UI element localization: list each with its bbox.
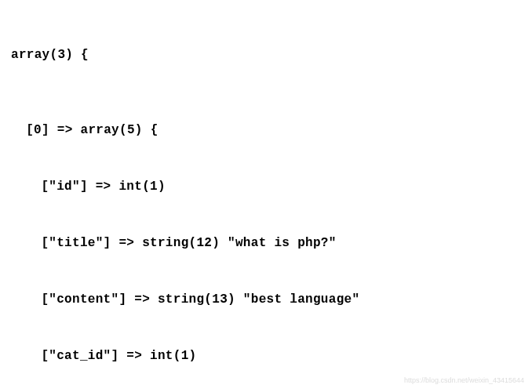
entry-row: ["cat_id"] => int(1) <box>11 347 521 365</box>
entry-index: [0] => array(5) { <box>11 121 521 140</box>
entry-row: ["content"] => string(13) "best language… <box>11 290 521 309</box>
entry-row: ["title"] => string(12) "what is php?" <box>11 234 521 252</box>
array-header: array(3) { <box>11 45 521 64</box>
var-dump-output: array(3) { [0] => array(5) { ["id"] => i… <box>11 8 521 392</box>
entry-row: ["id"] => int(1) <box>11 177 521 196</box>
watermark-text: https://blog.csdn.net/weixin_43415644 <box>404 376 524 387</box>
